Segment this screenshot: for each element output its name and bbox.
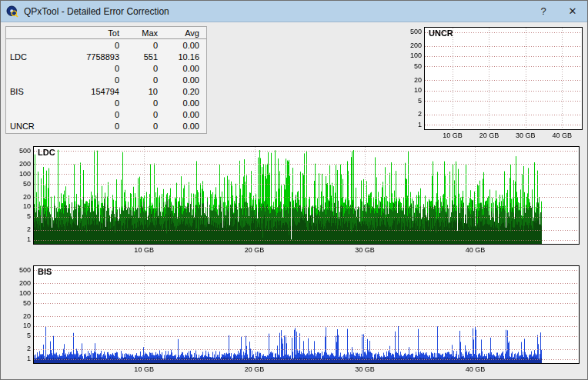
window-title: QPxTool - Detailed Error Correction: [24, 6, 169, 17]
close-button[interactable]: ✕: [558, 1, 587, 22]
stats-row-label: BIS: [6, 87, 45, 96]
stats-cell-tot: 0: [45, 98, 123, 108]
help-button[interactable]: ?: [529, 1, 558, 22]
stats-row: 000.00: [6, 108, 206, 120]
error-stats-table: TotMaxAvg 000.00LDC775889355110.16000.00…: [5, 26, 207, 134]
stats-cell-max: 10: [123, 87, 162, 96]
qpxtool-window: QPxTool - Detailed Error Correction ? ✕ …: [0, 0, 588, 380]
stats-header-avg: Avg: [162, 28, 203, 38]
stats-cell-max: 0: [123, 41, 162, 50]
stats-cell-avg: 0.00: [162, 122, 203, 131]
stats-row: 000.00: [6, 39, 206, 51]
stats-row-uncr: UNCR000.00: [6, 120, 206, 132]
stats-row-label: LDC: [6, 52, 45, 62]
stats-row-ldc: LDC775889355110.16: [6, 51, 206, 62]
stats-cell-max: 551: [123, 52, 162, 62]
stats-cell-tot: 0: [45, 64, 123, 73]
stats-cell-tot: 0: [45, 75, 123, 85]
stats-cell-tot: 0: [45, 122, 123, 131]
stats-cell-max: 0: [123, 64, 162, 73]
stats-header-row: TotMaxAvg: [6, 27, 206, 39]
stats-row-bis: BIS154794100.20: [6, 85, 206, 97]
stats-cell-tot: 7758893: [45, 52, 123, 62]
stats-row: 000.00: [6, 62, 206, 74]
stats-cell-tot: 0: [45, 41, 123, 50]
qpxtool-app-icon: [6, 5, 18, 18]
stats-header-max: Max: [123, 28, 162, 38]
stats-cell-max: 0: [123, 122, 162, 131]
stats-cell-tot: 154794: [45, 87, 123, 96]
stats-header-tot: Tot: [45, 28, 123, 38]
stats-cell-avg: 0.00: [162, 64, 203, 73]
stats-row-label: UNCR: [6, 122, 45, 131]
stats-cell-avg: 10.16: [162, 52, 203, 62]
stats-row: 000.00: [6, 74, 206, 85]
ldc-chart: [5, 142, 584, 258]
stats-cell-max: 0: [123, 110, 162, 119]
stats-rows: 000.00LDC775889355110.16000.00000.00BIS1…: [6, 39, 206, 132]
titlebar[interactable]: QPxTool - Detailed Error Correction ? ✕: [1, 1, 587, 22]
stats-cell-avg: 0.00: [162, 41, 203, 50]
stats-cell-avg: 0.00: [162, 110, 203, 119]
stats-cell-tot: 0: [45, 110, 123, 119]
stats-cell-max: 0: [123, 98, 162, 108]
stats-cell-max: 0: [123, 75, 162, 85]
stats-cell-avg: 0.00: [162, 98, 203, 108]
stats-cell-avg: 0.20: [162, 87, 203, 96]
uncr-chart: [401, 24, 586, 144]
titlebar-buttons: ? ✕: [529, 1, 587, 22]
stats-row: 000.00: [6, 97, 206, 108]
stats-cell-avg: 0.00: [162, 75, 203, 85]
bis-chart: [5, 261, 584, 378]
